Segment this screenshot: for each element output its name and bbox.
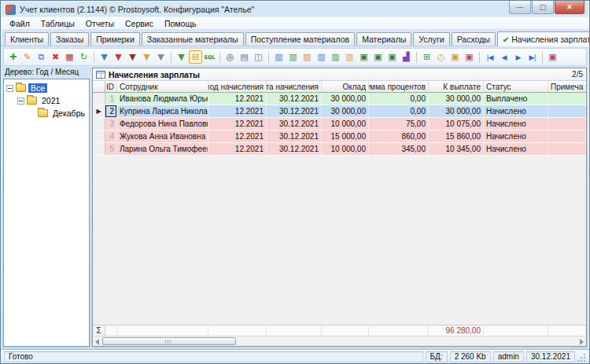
save-report-1-icon[interactable]: ▣ bbox=[357, 50, 371, 64]
cell-date[interactable]: 30.12.2021 bbox=[267, 93, 322, 105]
refresh-icon[interactable]: ↻ bbox=[77, 50, 90, 64]
nav-first-icon[interactable]: |◀ bbox=[483, 50, 496, 64]
cell-date[interactable]: 30.12.2021 bbox=[267, 118, 322, 130]
tab[interactable]: Примерки bbox=[90, 32, 140, 46]
save-report-2-icon[interactable]: ▣ bbox=[371, 50, 385, 64]
nav-next-icon[interactable]: ▶ bbox=[511, 50, 525, 64]
export-html-icon[interactable]: ▥ bbox=[329, 50, 342, 64]
cell-payout[interactable]: 10 345,00 bbox=[429, 143, 484, 155]
payments-total-icon[interactable]: ▣ bbox=[463, 50, 476, 64]
cell-note[interactable] bbox=[548, 131, 586, 142]
cell-period[interactable]: 12.2021 bbox=[208, 93, 267, 105]
tab[interactable]: Поступление материалов bbox=[245, 32, 355, 46]
tab[interactable]: Заказы bbox=[50, 32, 89, 46]
close-button[interactable]: ✕ bbox=[555, 1, 584, 14]
table-row[interactable]: 3Федорова Нина Павловна12.202130.12.2021… bbox=[93, 118, 586, 131]
hscroll-right-button[interactable] bbox=[580, 339, 584, 345]
export-xml-icon[interactable]: ▥ bbox=[301, 50, 314, 64]
column-header-employee[interactable]: Сотрудник bbox=[117, 81, 208, 92]
cell-salary[interactable]: 10 000,00 bbox=[322, 143, 369, 155]
cell-employee[interactable]: Федорова Нина Павловна bbox=[117, 118, 208, 130]
filter-remove-icon[interactable]: ▼ bbox=[112, 50, 125, 64]
tab[interactable]: Расходы bbox=[452, 32, 496, 46]
table-row[interactable]: 5Ларина Ольга Тимофеевна12.202130.12.202… bbox=[93, 143, 586, 156]
tab[interactable]: Материалы bbox=[356, 32, 411, 46]
cell-payout[interactable]: 30 000,00 bbox=[429, 93, 484, 105]
export-pdf-icon[interactable]: ▥ bbox=[343, 50, 356, 64]
nav-prev-icon[interactable]: ◀ bbox=[497, 50, 511, 64]
export-excel-icon[interactable]: ▥ bbox=[286, 50, 300, 64]
cell-period[interactable]: 12.2021 bbox=[208, 105, 267, 117]
tree-node[interactable]: Декабрь bbox=[5, 107, 88, 119]
column-header-date[interactable]: Дата начисления bbox=[267, 81, 322, 92]
tab[interactable]: Клиенты bbox=[5, 32, 49, 46]
cell-note[interactable] bbox=[548, 105, 586, 117]
resize-grip[interactable] bbox=[577, 354, 586, 362]
cell-date[interactable]: 30.12.2021 bbox=[267, 131, 322, 142]
export-word-icon[interactable]: ▥ bbox=[272, 50, 286, 64]
table-row[interactable]: 1Иванова Людмила Юрьевна12.202130.12.202… bbox=[93, 93, 586, 105]
column-header-salary[interactable]: Оклад bbox=[322, 81, 369, 92]
cell-id[interactable]: 5 bbox=[105, 143, 117, 155]
table-row[interactable]: 4Жукова Анна Ивановна12.202130.12.202115… bbox=[93, 131, 586, 143]
cell-percents[interactable]: 75,00 bbox=[369, 118, 429, 130]
cell-id[interactable]: 4 bbox=[105, 131, 117, 142]
tree-node[interactable]: 2021 bbox=[5, 94, 88, 107]
cell-period[interactable]: 12.2021 bbox=[208, 131, 267, 142]
tree-expander-icon[interactable] bbox=[17, 97, 24, 105]
history-icon[interactable]: ◴ bbox=[434, 50, 448, 64]
cell-note[interactable] bbox=[548, 118, 586, 130]
delete-all-records-icon[interactable]: ▦ bbox=[63, 50, 76, 64]
cell-percents[interactable]: 0,00 bbox=[369, 105, 429, 117]
cell-id[interactable]: 1 bbox=[105, 93, 117, 105]
cell-employee[interactable]: Ларина Ольга Тимофеевна bbox=[117, 143, 208, 155]
menu-item[interactable]: Сервис bbox=[120, 18, 159, 29]
cell-period[interactable]: 12.2021 bbox=[208, 118, 267, 130]
cell-payout[interactable]: 10 075,00 bbox=[429, 118, 484, 130]
cell-period[interactable]: 12.2021 bbox=[208, 143, 267, 155]
filter-saved-icon[interactable]: ▼ bbox=[175, 50, 188, 64]
add-record-icon[interactable]: ✚ bbox=[6, 50, 20, 64]
column-header-period[interactable]: Период начисления bbox=[208, 81, 267, 92]
filter-remove-all-icon[interactable]: ▼ bbox=[126, 50, 139, 64]
menu-item[interactable]: Таблицы bbox=[35, 18, 80, 29]
print-icon[interactable]: ▤ bbox=[238, 50, 251, 64]
cell-payout[interactable]: 15 860,00 bbox=[429, 131, 484, 142]
menu-item[interactable]: Файл bbox=[4, 18, 35, 29]
column-header-status[interactable]: Статус bbox=[484, 81, 548, 92]
tab[interactable]: ✔Начисления зарплаты bbox=[497, 31, 590, 46]
cell-salary[interactable]: 15 000,00 bbox=[322, 131, 369, 142]
save-report-3-icon[interactable]: ▣ bbox=[385, 50, 399, 64]
cell-status[interactable]: Выплачено bbox=[484, 93, 548, 105]
cell-employee[interactable]: Куприна Лариса Николаевна bbox=[117, 105, 208, 117]
tree-node[interactable]: Все bbox=[5, 82, 88, 94]
append-record-icon[interactable]: ⊞ bbox=[420, 50, 433, 64]
cell-status[interactable]: Начислено bbox=[484, 143, 548, 155]
tree-expander-icon[interactable] bbox=[6, 85, 13, 92]
cell-id[interactable]: 3 bbox=[105, 118, 117, 130]
cell-salary[interactable]: 30 000,00 bbox=[322, 105, 369, 117]
column-header-note[interactable]: Примечание bbox=[548, 81, 584, 92]
filter-clear-icon[interactable]: ▼ bbox=[154, 50, 168, 64]
cell-percents[interactable]: 345,00 bbox=[369, 143, 429, 155]
filter-edit-icon[interactable]: ▼ bbox=[140, 50, 153, 64]
cell-note[interactable] bbox=[548, 93, 586, 105]
cell-note[interactable] bbox=[548, 143, 586, 155]
delete-record-icon[interactable]: ✖ bbox=[49, 50, 62, 64]
menu-item[interactable]: Помощь bbox=[159, 18, 202, 29]
menu-item[interactable]: Отчеты bbox=[80, 18, 120, 29]
column-header-percents[interactable]: Сумма процентов bbox=[369, 81, 429, 92]
copy-record-icon[interactable]: ⧉ bbox=[35, 50, 48, 64]
sql-query-icon[interactable]: SQL bbox=[203, 50, 216, 64]
horizontal-scrollbar[interactable] bbox=[93, 336, 586, 346]
cell-status[interactable]: Начислено bbox=[484, 105, 548, 117]
hscroll-left-button[interactable] bbox=[95, 339, 99, 345]
cell-status[interactable]: Начислено bbox=[484, 118, 548, 130]
cell-status[interactable]: Начислено bbox=[484, 131, 548, 142]
edit-record-icon[interactable]: ✎ bbox=[20, 50, 34, 64]
cell-percents[interactable]: 0,00 bbox=[369, 93, 429, 105]
cell-payout[interactable]: 30 000,00 bbox=[429, 105, 484, 117]
table-row[interactable]: ▶2Куприна Лариса Николаевна12.202130.12.… bbox=[93, 105, 586, 118]
maximize-button[interactable]: ▢ bbox=[532, 1, 554, 14]
cell-salary[interactable]: 30 000,00 bbox=[322, 93, 369, 105]
